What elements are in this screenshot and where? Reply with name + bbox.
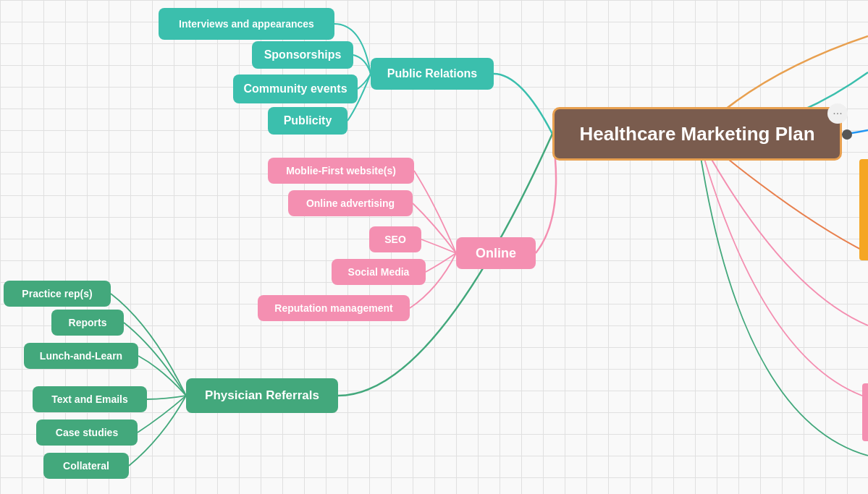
public-relations-node[interactable]: Public Relations	[371, 58, 494, 90]
seo-node[interactable]: SEO	[369, 226, 421, 252]
mobile-first-node[interactable]: Moblie-First website(s)	[268, 158, 414, 184]
text-emails-node[interactable]: Text and Emails	[33, 386, 147, 412]
community-events-node[interactable]: Community events	[233, 74, 358, 103]
connector-dot	[842, 129, 852, 140]
reputation-management-node[interactable]: Reputation management	[258, 295, 410, 321]
reports-node[interactable]: Reports	[51, 310, 124, 336]
interviews-appearances-node[interactable]: Interviews and appearances	[159, 8, 334, 40]
practice-reps-node[interactable]: Practice rep(s)	[4, 281, 111, 307]
sponsorships-node[interactable]: Sponsorships	[252, 41, 353, 69]
main-node[interactable]: Healthcare Marketing Plan	[552, 107, 842, 161]
collateral-node[interactable]: Collateral	[43, 453, 129, 479]
orange-bar	[859, 159, 868, 260]
publicity-node[interactable]: Publicity	[268, 107, 347, 135]
context-menu-button[interactable]: ···	[827, 103, 848, 124]
case-studies-node[interactable]: Case studies	[36, 420, 138, 446]
physician-referrals-node[interactable]: Physician Referrals	[186, 378, 338, 413]
social-media-node[interactable]: Social Media	[332, 259, 426, 285]
online-node[interactable]: Online	[456, 237, 536, 269]
pink-bar	[862, 383, 868, 441]
online-advertising-node[interactable]: Online advertising	[288, 190, 413, 216]
lunch-learn-node[interactable]: Lunch-and-Learn	[24, 343, 138, 369]
